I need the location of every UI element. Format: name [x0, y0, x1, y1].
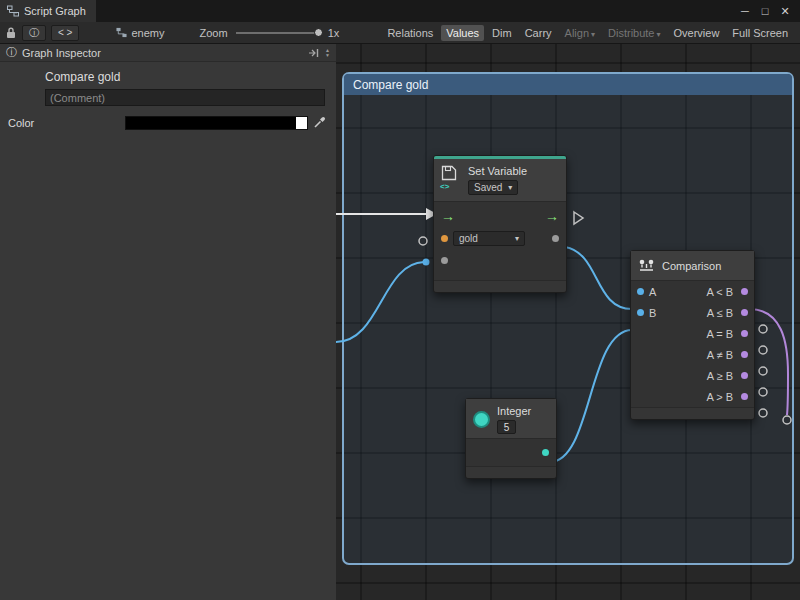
- node-footer: [631, 407, 754, 419]
- port-row: A > B: [631, 386, 754, 407]
- graph-inspector-header: ⓘ Graph Inspector ▲ ▼: [0, 44, 336, 62]
- comparison-rows: A A < B B A ≤ B A = B: [631, 281, 754, 407]
- save-variable-icon: <>: [441, 165, 461, 191]
- integer-head-text: Integer 5: [497, 405, 531, 434]
- variable-kind-dropdown[interactable]: Saved▾: [468, 180, 518, 195]
- relations-button[interactable]: Relations: [382, 25, 438, 41]
- variable-name-port[interactable]: [441, 235, 448, 242]
- group-title: Compare gold: [353, 78, 428, 92]
- integer-icon: [473, 411, 490, 428]
- code-view-button[interactable]: < >: [51, 25, 79, 41]
- align-label: Align: [565, 27, 589, 39]
- value-output-port[interactable]: [552, 235, 559, 242]
- script-graph-icon: [7, 5, 19, 17]
- node-footer: [434, 280, 566, 292]
- info-toggle-button[interactable]: ⓘ: [22, 25, 46, 41]
- eyedropper-icon[interactable]: [313, 115, 326, 129]
- integer-header[interactable]: Integer 5: [466, 399, 556, 439]
- zoom-value: 1x: [328, 27, 340, 39]
- graph-canvas[interactable]: Compare gold: [336, 44, 800, 600]
- full-screen-button[interactable]: Full Screen: [727, 25, 793, 41]
- integer-body: [466, 439, 556, 466]
- chevron-down-icon: ▾: [508, 183, 512, 192]
- node-comparison[interactable]: Comparison A A < B B A ≤ B: [630, 250, 755, 420]
- chevron-down-icon: ▾: [591, 30, 595, 39]
- input-label-a: A: [649, 286, 656, 298]
- unity-script-graph-window: Script Graph ─ □ ✕ ⓘ < > enemy Zoom: [0, 0, 800, 600]
- output-label-gt: A > B: [706, 391, 733, 403]
- inspector-header-controls: ▲ ▼: [308, 48, 330, 58]
- maximize-button[interactable]: □: [756, 5, 774, 18]
- port-row: A ≠ B: [631, 344, 754, 365]
- variable-code-badge: <>: [440, 182, 449, 191]
- integer-output-port[interactable]: [542, 449, 549, 456]
- close-button[interactable]: ✕: [776, 5, 794, 18]
- values-button[interactable]: Values: [441, 25, 484, 41]
- tab-script-graph[interactable]: Script Graph: [0, 0, 96, 22]
- lock-icon[interactable]: [5, 26, 17, 39]
- graph-toolbar: ⓘ < > enemy Zoom 1x Relations Values Dim…: [0, 22, 800, 44]
- distribute-label: Distribute: [608, 27, 654, 39]
- node-set-variable[interactable]: <> Set Variable Saved▾ → →: [433, 155, 567, 293]
- output-port-neq[interactable]: [741, 351, 748, 358]
- comparison-header[interactable]: Comparison: [631, 251, 754, 281]
- flow-input-port[interactable]: →: [441, 209, 455, 223]
- set-variable-body: → → gold▾: [434, 202, 566, 280]
- output-label-eq: A = B: [706, 328, 733, 340]
- integer-value-field[interactable]: 5: [497, 420, 516, 434]
- zoom-label: Zoom: [200, 27, 228, 39]
- comparison-icon: [638, 259, 655, 272]
- minimize-button[interactable]: ─: [736, 5, 754, 18]
- overview-button[interactable]: Overview: [669, 25, 725, 41]
- variable-kind-value: Saved: [474, 182, 502, 193]
- graph-title: Compare gold: [45, 70, 120, 84]
- dock-panel-icon[interactable]: [308, 48, 319, 58]
- node-title: Set Variable: [468, 165, 527, 177]
- output-port-eq[interactable]: [741, 330, 748, 337]
- color-field-label: Color: [8, 117, 34, 129]
- graph-inspector-title: Graph Inspector: [22, 47, 101, 59]
- input-port-a[interactable]: [637, 288, 644, 295]
- variable-name-value: gold: [459, 233, 478, 244]
- input-label-b: B: [649, 307, 656, 319]
- graph-asset-icon: [116, 27, 127, 38]
- chevron-down-icon: ▾: [657, 30, 661, 39]
- output-label-lte: A ≤ B: [707, 307, 733, 319]
- flow-row: → →: [434, 205, 566, 227]
- info-icon: ⓘ: [6, 45, 17, 60]
- node-title: Integer: [497, 405, 531, 417]
- input-port-b[interactable]: [637, 309, 644, 316]
- dim-button[interactable]: Dim: [487, 25, 517, 41]
- node-integer[interactable]: Integer 5: [465, 398, 557, 479]
- carry-button[interactable]: Carry: [520, 25, 557, 41]
- alpha-chip: [296, 117, 307, 129]
- flow-output-port[interactable]: →: [545, 209, 559, 223]
- window-controls: ─ □ ✕: [736, 5, 800, 18]
- zoom-slider-thumb[interactable]: [314, 28, 323, 37]
- output-label-lt: A < B: [706, 286, 733, 298]
- output-port-gt[interactable]: [741, 393, 748, 400]
- graph-reference[interactable]: enemy: [116, 27, 164, 39]
- main-area: ⓘ Graph Inspector ▲ ▼ Compare gold Color: [0, 44, 800, 600]
- output-label-neq: A ≠ B: [707, 349, 733, 361]
- output-port-lt[interactable]: [741, 288, 748, 295]
- node-title: Comparison: [662, 260, 721, 272]
- set-variable-head-text: Set Variable Saved▾: [468, 165, 527, 195]
- scroll-spinner[interactable]: ▲ ▼: [325, 48, 330, 58]
- graph-reference-label: enemy: [131, 27, 164, 39]
- group-header[interactable]: Compare gold: [344, 74, 792, 95]
- set-variable-header[interactable]: <> Set Variable Saved▾: [434, 159, 566, 202]
- output-port-gte[interactable]: [741, 372, 748, 379]
- distribute-button[interactable]: Distribute▾: [603, 25, 665, 41]
- variable-name-dropdown[interactable]: gold▾: [453, 231, 525, 246]
- value-input-port[interactable]: [441, 257, 448, 264]
- color-swatch[interactable]: [125, 116, 308, 130]
- comment-input[interactable]: [45, 89, 325, 106]
- output-port-lte[interactable]: [741, 309, 748, 316]
- zoom-slider[interactable]: [236, 32, 320, 34]
- tab-title: Script Graph: [24, 5, 86, 17]
- node-footer: [466, 466, 556, 478]
- align-button[interactable]: Align▾: [560, 25, 600, 41]
- spinner-down-icon[interactable]: ▼: [325, 53, 330, 58]
- window-titlebar: Script Graph ─ □ ✕: [0, 0, 800, 22]
